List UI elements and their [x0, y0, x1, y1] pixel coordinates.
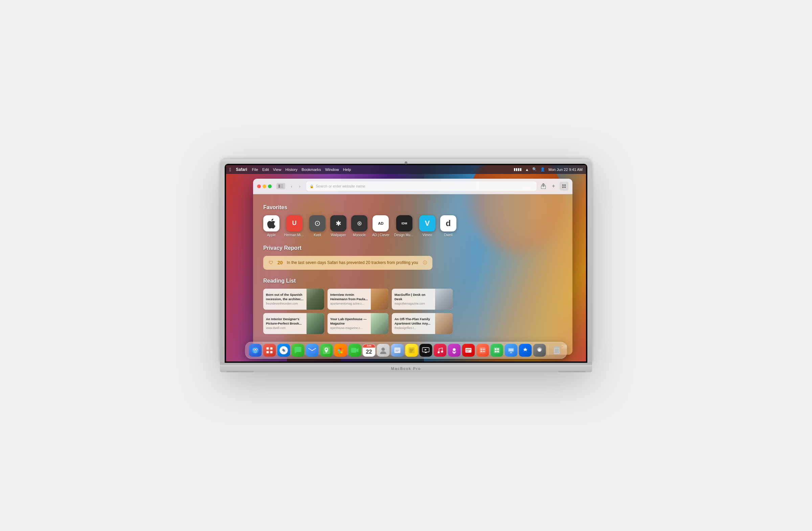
extensions-button[interactable] — [560, 182, 568, 190]
svg-rect-8 — [564, 186, 566, 188]
dock-icon-contacts[interactable] — [377, 344, 390, 357]
safari-window: ‹ › 🔒 Search or enter website name — [253, 179, 572, 355]
fav-item-wallpaper[interactable]: ✱ Wallpaper — [330, 215, 346, 237]
dock-icon-keynote[interactable] — [505, 344, 518, 357]
fav-item-herman-miller[interactable]: U Herman Miller — [284, 215, 304, 237]
sidebar-toggle-button[interactable] — [276, 183, 285, 189]
svg-point-30 — [339, 351, 341, 353]
fav-item-tdm[interactable]: tDM Design Museum — [394, 215, 415, 237]
dock-icon-messages[interactable] — [292, 344, 304, 357]
dock-icon-safari[interactable] — [277, 344, 290, 357]
dock-icon-launchpad[interactable] — [263, 344, 276, 357]
reading-card-title-0: Born out of the Spanish recession, the a… — [266, 293, 304, 301]
fav-item-apple[interactable]: Apple — [263, 215, 279, 237]
dock-icon-files[interactable] — [391, 344, 404, 357]
safari-content: Favorites Apple — [253, 194, 572, 355]
apple-menu-icon[interactable]:  — [229, 167, 231, 172]
dock-icon-numbers[interactable] — [491, 344, 504, 357]
reading-card-5[interactable]: An Off-The-Plan Family Apartment Unlike … — [392, 313, 453, 334]
fav-label-kvell: Kvell — [314, 233, 321, 237]
fav-icon-tdm: tDM — [396, 215, 412, 231]
address-bar[interactable]: 🔒 Search or enter website name — [306, 182, 537, 191]
privacy-report-card[interactable]: 🛡 20 In the last seven days Safari has p… — [263, 256, 432, 270]
fav-item-ad[interactable]: AD AD | Clever — [372, 215, 389, 237]
menubar:  Safari File Edit View History Bookmark… — [226, 165, 586, 174]
menu-bookmarks[interactable]: Bookmarks — [302, 168, 321, 172]
menu-help[interactable]: Help — [343, 168, 351, 172]
forward-button[interactable]: › — [296, 183, 304, 190]
traffic-lights — [257, 184, 272, 188]
close-button[interactable] — [257, 184, 261, 188]
svg-rect-60 — [497, 348, 499, 350]
menubar-user-icon[interactable]: 👤 — [540, 167, 545, 172]
address-placeholder-text: Search or enter website name — [316, 184, 365, 188]
menu-file[interactable]: File — [252, 168, 258, 172]
share-button[interactable] — [539, 182, 548, 190]
fav-icon-apple — [263, 215, 279, 231]
reading-card-text-4: Your Lab Openhouse — Magazine openhouse-… — [328, 313, 371, 334]
privacy-count: 20 — [277, 260, 283, 266]
back-button[interactable]: ‹ — [288, 183, 295, 190]
reading-card-url-5: thedesignfiles.t... — [394, 326, 432, 330]
dock-icon-podcasts[interactable] — [448, 344, 461, 357]
dock-icon-system-preferences[interactable] — [533, 344, 546, 357]
reading-card-url-1: apartamentomag azine.c... — [330, 302, 368, 305]
privacy-info-icon[interactable]: ⓘ — [423, 260, 427, 266]
menu-edit[interactable]: Edit — [262, 168, 269, 172]
menubar-search-icon[interactable]: 🔍 — [532, 167, 537, 172]
svg-rect-24 — [308, 347, 316, 353]
macbook-foot-left — [227, 371, 254, 372]
dock-icon-photos[interactable] — [334, 344, 347, 357]
svg-rect-59 — [495, 348, 497, 350]
fullscreen-button[interactable] — [268, 184, 272, 188]
menu-window[interactable]: Window — [325, 168, 339, 172]
fav-item-monocle[interactable]: ⊛ Monocle — [351, 215, 367, 237]
reading-card-2[interactable]: MacGuffin | Desk on Desk magicthemagazin… — [392, 289, 453, 310]
dock-icon-appstore[interactable] — [519, 344, 532, 357]
privacy-text: In the last seven days Safari has preven… — [287, 260, 419, 265]
dock-icon-facetime[interactable] — [348, 344, 361, 357]
fav-label-dwell: Dwell — [444, 233, 452, 237]
menubar-battery-icon: ▮▮▮▮ — [513, 167, 522, 172]
privacy-report-section: Privacy Report 🛡 20 In the last seven da… — [263, 245, 562, 270]
dock-icon-mail[interactable] — [306, 344, 319, 357]
reading-card-4[interactable]: Your Lab Openhouse — Magazine openhouse-… — [328, 313, 388, 334]
reading-card-text-5: An Off-The-Plan Family Apartment Unlike … — [392, 313, 435, 334]
svg-point-46 — [438, 351, 440, 353]
reading-card-1[interactable]: Interview Armin Heinemann from Paula... … — [328, 289, 388, 310]
menu-view[interactable]: View — [273, 168, 281, 172]
new-tab-button[interactable]: + — [549, 182, 557, 190]
fav-item-kvell[interactable]: ⊙ Kvell — [309, 215, 325, 237]
dock-icon-reminders[interactable] — [476, 344, 489, 357]
reading-card-text-3: An Interior Designer's Picture-Perfect B… — [263, 313, 306, 334]
dock-icon-tv[interactable] — [420, 344, 432, 357]
dock-icon-maps[interactable] — [320, 344, 333, 357]
svg-rect-64 — [509, 348, 513, 351]
dock-icon-notes[interactable] — [405, 344, 418, 357]
fav-label-monocle: Monocle — [353, 233, 366, 237]
fav-item-vimeo[interactable]: V Vimeo — [419, 215, 435, 237]
reading-list-section: Reading List Born out of the Spanish rec… — [263, 278, 562, 334]
svg-point-29 — [341, 351, 343, 353]
fav-item-dwell[interactable]: d Dwell — [440, 215, 456, 237]
macbook-model-label: MacBook Pro — [391, 367, 421, 371]
svg-marker-44 — [425, 349, 427, 350]
svg-rect-17 — [270, 351, 273, 353]
minimize-button[interactable] — [263, 184, 266, 188]
safari-toolbar: ‹ › 🔒 Search or enter website name — [253, 179, 572, 194]
start-page: Favorites Apple — [253, 194, 572, 341]
svg-rect-57 — [483, 351, 485, 351]
dock-icon-news[interactable] — [462, 344, 475, 357]
menubar-left:  Safari File Edit View History Bookmark… — [229, 167, 351, 172]
dock-icon-music[interactable] — [434, 344, 447, 357]
dock-icon-finder[interactable] — [249, 344, 262, 357]
reading-card-0[interactable]: Born out of the Spanish recession, the a… — [263, 289, 324, 310]
dock-icon-calendar[interactable]: JUN 22 — [363, 344, 376, 357]
reading-card-thumb-3 — [306, 313, 324, 334]
menubar-app-name[interactable]: Safari — [236, 167, 247, 172]
svg-rect-41 — [410, 350, 413, 351]
dock-icon-trash[interactable] — [550, 344, 563, 357]
menu-history[interactable]: History — [286, 168, 298, 172]
reading-card-3[interactable]: An Interior Designer's Picture-Perfect B… — [263, 313, 324, 334]
svg-rect-16 — [266, 351, 269, 353]
